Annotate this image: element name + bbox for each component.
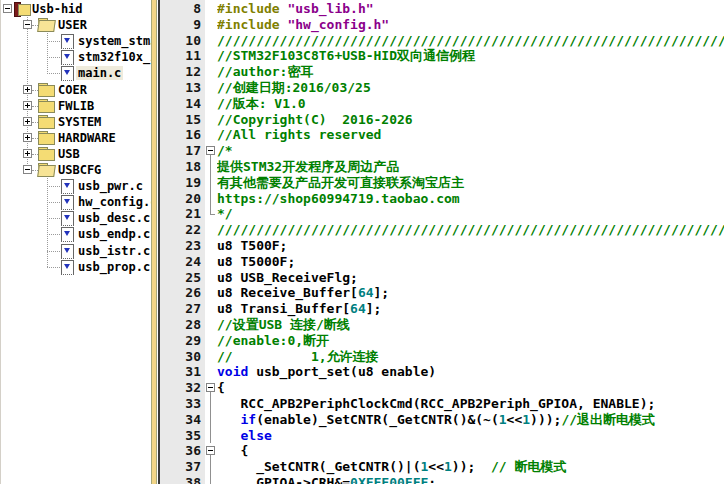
tree-item-label: USB xyxy=(56,147,82,161)
code-token: << xyxy=(507,412,523,427)
line-number: 19 xyxy=(161,175,201,191)
code-token: //版本: V1.0 xyxy=(217,96,306,111)
code-token: GPIOA->CRH&= xyxy=(217,475,350,484)
code-token: ////////////////////////////////////////… xyxy=(217,33,724,48)
code-token: 提供STM32开发程序及周边产品 xyxy=(217,159,399,174)
tree-item-label: stm32f10x_i xyxy=(76,50,151,64)
tree-item-hardware[interactable]: HARDWARE xyxy=(1,130,151,146)
code-line-8[interactable]: #include "usb_lib.h" xyxy=(217,1,374,17)
code-token: usb_port_set(u8 enable) xyxy=(248,364,436,379)
code-line-36[interactable]: { xyxy=(217,443,248,459)
code-token: u8 T5000F; xyxy=(217,254,295,269)
code-token: u8 USB_ReceiveFlg; xyxy=(217,270,358,285)
file-icon xyxy=(59,195,75,209)
code-token: else xyxy=(240,428,271,443)
collapse-icon[interactable] xyxy=(23,165,32,174)
tree-item-label: SYSTEM xyxy=(56,115,103,129)
tree-item-usb-endp-c[interactable]: usb_endp.c xyxy=(1,226,151,242)
tree-item-usb-istr-c[interactable]: usb_istr.c xyxy=(1,243,151,259)
code-line-12[interactable]: //author:密耳 xyxy=(217,64,313,80)
folder-icon xyxy=(38,99,54,113)
tree-item-usb-desc-c[interactable]: usb_desc.c xyxy=(1,210,151,226)
tree-item-usbcfg[interactable]: USBCFG xyxy=(1,162,151,178)
code-token: //enable:0,断开 xyxy=(217,333,329,348)
code-line-38[interactable]: GPIOA->CRH&=0XFFF00FFF; xyxy=(217,475,436,484)
code-token: // 1,允许连接 xyxy=(217,349,379,364)
expand-icon[interactable] xyxy=(23,133,32,142)
file-icon xyxy=(59,260,75,274)
code-line-23[interactable]: u8 T500F; xyxy=(217,238,287,254)
code-line-37[interactable]: _SetCNTR(_GetCNTR()|(1<<1)); // 断电模式 xyxy=(217,459,566,475)
folder-icon xyxy=(38,83,54,97)
line-number: 20 xyxy=(161,191,201,207)
collapse-icon[interactable] xyxy=(3,4,12,13)
tree-item-usb-hid[interactable]: Usb-hid xyxy=(1,1,151,17)
tree-item-fwlib[interactable]: FWLIB xyxy=(1,98,151,114)
tree-item-stm32f10x-i[interactable]: stm32f10x_i xyxy=(1,49,151,65)
code-line-14[interactable]: //版本: V1.0 xyxy=(217,96,306,112)
tree-item-usb[interactable]: USB xyxy=(1,146,151,162)
tree-item-coer[interactable]: COER xyxy=(1,82,151,98)
fold-collapse-icon[interactable] xyxy=(206,146,215,155)
code-line-25[interactable]: u8 USB_ReceiveFlg; xyxy=(217,270,358,286)
tree-item-system[interactable]: SYSTEM xyxy=(1,114,151,130)
line-number: 32 xyxy=(161,380,201,396)
code-line-16[interactable]: //All rights reserved xyxy=(217,127,381,143)
code-line-11[interactable]: //STM32F103C8T6+USB-HID双向通信例程 xyxy=(217,48,475,64)
line-number: 34 xyxy=(161,412,201,428)
code-token: #include xyxy=(217,1,287,16)
code-line-15[interactable]: //Copyright(C) 2016-2026 xyxy=(217,112,413,128)
code-line-21[interactable]: */ xyxy=(217,206,233,222)
tree-item-system-stm3[interactable]: system_stm3 xyxy=(1,33,151,49)
code-editor[interactable]: #include "usb_lib.h"#include "hw_config.… xyxy=(217,0,724,484)
code-line-10[interactable]: ////////////////////////////////////////… xyxy=(217,33,724,49)
tree-item-label: FWLIB xyxy=(56,99,96,113)
collapse-icon[interactable] xyxy=(23,20,32,29)
code-line-22[interactable]: ////////////////////////////////////////… xyxy=(217,222,724,238)
tree-item-usb-pwr-c[interactable]: usb_pwr.c xyxy=(1,178,151,194)
code-line-30[interactable]: // 1,允许连接 xyxy=(217,349,379,365)
code-token: //退出断电模式 xyxy=(561,412,655,427)
code-token: //Copyright(C) 2016-2026 xyxy=(217,112,413,127)
code-line-19[interactable]: 有其他需要及产品开发可直接联系淘宝店主 xyxy=(217,175,464,191)
fold-collapse-icon[interactable] xyxy=(206,383,215,392)
tree-item-label: USBCFG xyxy=(56,163,103,177)
code-token: /* xyxy=(217,143,233,158)
file-icon xyxy=(59,66,75,80)
line-number: 11 xyxy=(161,48,201,64)
code-line-33[interactable]: RCC_APB2PeriphClockCmd(RCC_APB2Periph_GP… xyxy=(217,396,655,412)
code-line-27[interactable]: u8 Transi_Buffer[64]; xyxy=(217,301,381,317)
tree-item-hw-config-c[interactable]: hw_config.c xyxy=(1,194,151,210)
code-line-34[interactable]: if(enable)_SetCNTR(_GetCNTR()&(~(1<<1)))… xyxy=(217,412,655,428)
line-number: 18 xyxy=(161,159,201,175)
expand-icon[interactable] xyxy=(23,85,32,94)
code-line-20[interactable]: https://shop60994719.taobao.com xyxy=(217,191,460,207)
expand-icon[interactable] xyxy=(23,117,32,126)
line-number: 10 xyxy=(161,33,201,49)
code-line-31[interactable]: void usb_port_set(u8 enable) xyxy=(217,364,436,380)
tree-item-user[interactable]: USER xyxy=(1,17,151,33)
code-line-18[interactable]: 提供STM32开发程序及周边产品 xyxy=(217,159,399,175)
code-line-28[interactable]: //设置USB 连接/断线 xyxy=(217,317,350,333)
expand-icon[interactable] xyxy=(23,101,32,110)
code-line-9[interactable]: #include "hw_config.h" xyxy=(217,17,389,33)
file-icon xyxy=(59,211,75,225)
line-number: 38 xyxy=(161,475,201,484)
expand-icon[interactable] xyxy=(23,149,32,158)
tree-item-usb-prop-c[interactable]: usb_prop.c xyxy=(1,259,151,275)
code-token: //All rights reserved xyxy=(217,127,381,142)
code-token xyxy=(217,412,240,427)
code-line-24[interactable]: u8 T5000F; xyxy=(217,254,295,270)
code-line-17[interactable]: /* xyxy=(217,143,233,159)
code-line-29[interactable]: //enable:0,断开 xyxy=(217,333,329,349)
code-line-13[interactable]: //创建日期:2016/03/25 xyxy=(217,80,371,96)
code-line-26[interactable]: u8 Receive_Buffer[64]; xyxy=(217,285,389,301)
fold-collapse-icon[interactable] xyxy=(206,446,215,455)
code-line-32[interactable]: { xyxy=(217,380,225,396)
code-token: // 断电模式 xyxy=(491,459,566,474)
code-line-35[interactable]: else xyxy=(217,428,272,444)
code-token: { xyxy=(217,443,248,458)
tree-item-main-c[interactable]: main.c xyxy=(1,65,151,81)
file-icon xyxy=(59,179,75,193)
fold-line xyxy=(210,475,211,484)
